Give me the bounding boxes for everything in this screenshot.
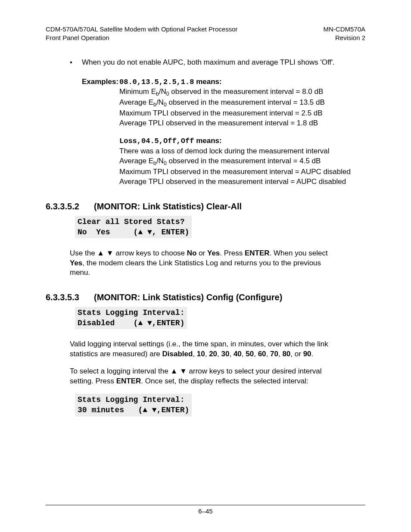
page-header: CDM-570A/570AL Satellite Modem with Opti… [46, 25, 365, 43]
example-2-line: There was a loss of demod lock during th… [119, 146, 365, 156]
section-title: (MONITOR: Link Statistics) Clear-All [94, 202, 242, 211]
page: CDM-570A/570AL Satellite Modem with Opti… [0, 0, 411, 532]
example-1-head: Examples: 08.0,13.5,2.5,1.8 means: [92, 77, 365, 87]
interval-option: 80 [282, 350, 290, 358]
text: , or [290, 350, 303, 358]
example-2-head: Loss,04.5,Off,Off means: [119, 136, 365, 146]
interval-option: 30 [221, 350, 230, 358]
header-right-1: MN-CDM570A [323, 25, 365, 33]
example-1-means: means: [194, 78, 221, 86]
option-yes: Yes [207, 249, 220, 257]
example-2-line: Maximum TPLI observed in the measurement… [119, 167, 365, 177]
header-left-2: Front Panel Operation [46, 34, 109, 41]
example-2-line: Average TPLI observed in the measurement… [119, 177, 365, 187]
example-2-means: means: [194, 137, 221, 145]
lcd-display-clear-all: Clear all Stored Stats? No Yes (▲ ▼, ENT… [75, 216, 192, 239]
option-no: No [187, 249, 197, 257]
section-heading-63352: 6.3.3.5.2(MONITOR: Link Statistics) Clea… [46, 202, 365, 212]
bullet-text: When you do not enable AUPC, both maximu… [82, 58, 335, 67]
section-2-body-2: To select a logging interval the ▲ ▼ arr… [70, 367, 341, 386]
header-right-2: Revision 2 [335, 34, 365, 41]
key-enter: ENTER [245, 249, 270, 257]
option-yes: Yes [70, 259, 82, 267]
interval-option: 20 [209, 350, 217, 358]
examples-label: Examples: [82, 78, 118, 86]
header-left: CDM-570A/570AL Satellite Modem with Opti… [46, 25, 237, 43]
interval-option: 70 [270, 350, 278, 358]
interval-option: 50 [246, 350, 254, 358]
interval-option: Disabled [162, 350, 193, 358]
footer-rule [46, 505, 365, 505]
interval-options: Disabled, 10, 20, 30, 40, 50, 60, 70, 80 [162, 350, 290, 358]
interval-option: 60 [258, 350, 266, 358]
section-2-body-1: Valid logging interval settings (i.e., t… [70, 339, 341, 359]
example-1-line: Average TPLI observed in the measurement… [119, 118, 365, 128]
example-2-line: Average Eb/N0 observed in the measuremen… [119, 156, 365, 167]
lcd-display-interval-disabled: Stats Logging Interval: Disabled (▲ ▼,EN… [75, 307, 187, 330]
interval-option: 10 [197, 350, 205, 358]
examples-block: Examples: 08.0,13.5,2.5,1.8 means: Minim… [92, 77, 365, 187]
example-1-line: Maximum TPLI observed in the measurement… [119, 109, 365, 118]
bullet-item: • When you do not enable AUPC, both maxi… [70, 58, 365, 67]
example-1-line: Average Eb/N0 observed in the measuremen… [119, 98, 365, 109]
key-enter: ENTER [116, 377, 141, 385]
example-2-code: Loss,04.5,Off,Off [119, 137, 194, 145]
section-title: (MONITOR: Link Statistics) Config (Confi… [94, 292, 282, 302]
example-2-body: There was a loss of demod lock during th… [119, 146, 365, 187]
text: , the modem clears the Link Statistics L… [70, 259, 321, 277]
example-1-line: Minimum Eb/N0 observed in the measuremen… [119, 87, 365, 98]
page-number: 6–45 [0, 507, 411, 515]
interval-option: 40 [234, 350, 242, 358]
text: . Once set, the display reflects the sel… [141, 377, 308, 385]
text: . When you select [270, 249, 328, 257]
text: . [311, 350, 314, 358]
section-heading-63353: 6.3.3.5.3(MONITOR: Link Statistics) Conf… [46, 292, 365, 302]
example-1-body: Minimum Eb/N0 observed in the measuremen… [119, 87, 365, 128]
header-left-1: CDM-570A/570AL Satellite Modem with Opti… [46, 25, 237, 33]
text: or [196, 249, 207, 257]
section-1-body: Use the ▲ ▼ arrow keys to choose No or Y… [70, 249, 341, 277]
section-number: 6.3.3.5.3 [46, 292, 94, 302]
text: . Press [220, 249, 245, 257]
section-number: 6.3.3.5.2 [46, 202, 94, 212]
lcd-display-interval-30: Stats Logging Interval: 30 minutes (▲ ▼,… [75, 394, 192, 417]
interval-option: 90 [303, 350, 311, 358]
bullet-dot: • [70, 58, 82, 67]
text: Use the ▲ ▼ arrow keys to choose [70, 249, 187, 257]
header-right: MN-CDM570A Revision 2 [323, 25, 365, 43]
example-1-code: 08.0,13.5,2.5,1.8 [119, 78, 194, 86]
